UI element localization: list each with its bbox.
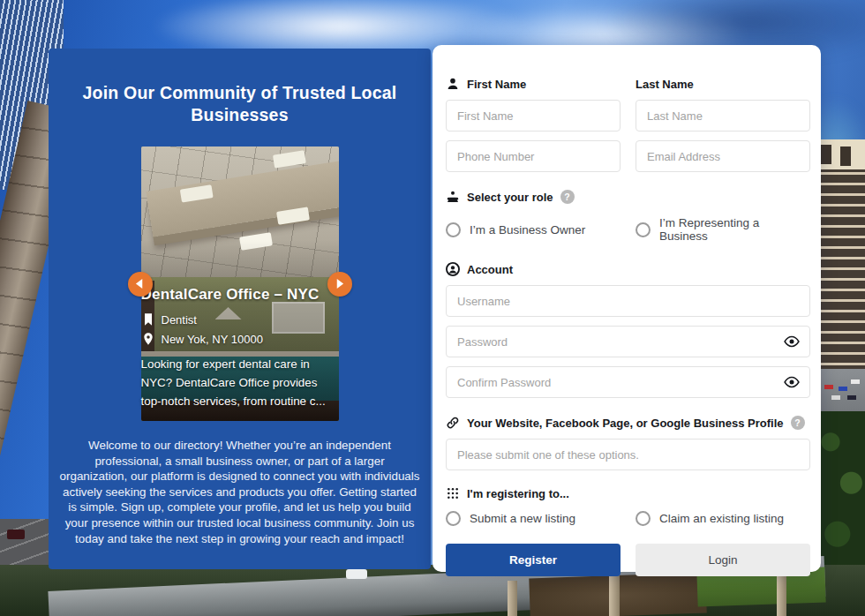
role-label: Select your role ?	[446, 188, 810, 206]
van	[346, 569, 367, 579]
radio-circle-icon[interactable]	[636, 222, 651, 237]
page: Join Our Community of Trusted Local Busi…	[0, 0, 865, 616]
eye-icon[interactable]	[783, 373, 801, 391]
radio-submit-new-listing[interactable]: Submit a new listing	[446, 511, 621, 526]
listing-category: Dentist	[141, 312, 334, 327]
listing-location-label: New Yok, NY 10000	[162, 333, 263, 346]
road-right	[819, 369, 865, 413]
website-input[interactable]	[446, 439, 810, 470]
carousel-next-button[interactable]	[327, 272, 352, 297]
website-help-icon[interactable]: ?	[791, 416, 805, 430]
last-name-label: Last Name	[636, 75, 810, 93]
phone-input[interactable]	[446, 140, 621, 172]
radio-circle-icon[interactable]	[636, 511, 651, 526]
role-help-icon[interactable]: ?	[560, 190, 575, 204]
ramp-pillar	[609, 575, 620, 616]
car	[7, 530, 25, 539]
radio-claim-existing-listing[interactable]: Claim an existing listing	[636, 511, 810, 526]
radio-circle-icon[interactable]	[446, 222, 461, 237]
page-title: Join Our Community of Trusted Local Busi…	[72, 82, 408, 126]
registering-label: I'm registering to...	[446, 485, 810, 502]
group-icon	[446, 190, 460, 204]
last-name-input[interactable]	[636, 100, 810, 131]
ramp-pillar	[777, 572, 786, 616]
registration-form: First Name Last Name Select your role ? …	[432, 45, 821, 572]
first-name-input[interactable]	[446, 100, 621, 131]
account-circle-icon	[446, 262, 460, 276]
promo-panel: Join Our Community of Trusted Local Busi…	[49, 49, 431, 569]
listing-location: New Yok, NY 10000	[141, 332, 334, 346]
carousel-prev-button[interactable]	[128, 272, 153, 297]
first-name-label: First Name	[446, 75, 621, 93]
website-label: Your Website, Facebook Page, or Google B…	[446, 414, 810, 432]
chevron-right-icon	[335, 279, 344, 289]
link-icon	[446, 416, 460, 430]
chevron-left-icon	[135, 279, 145, 289]
account-label: Account	[446, 260, 810, 278]
login-button[interactable]: Login	[636, 544, 810, 576]
listing-category-label: Dentist	[162, 313, 197, 327]
bookmark-icon	[141, 312, 155, 327]
ramp-pillar	[508, 581, 517, 616]
person-icon	[446, 77, 460, 91]
password-input[interactable]	[446, 326, 810, 357]
username-input[interactable]	[446, 285, 810, 317]
listing-description: Looking for expert dental care in NYC? D…	[141, 355, 334, 410]
welcome-text: Welcome to our directory! Whether you’re…	[60, 438, 420, 546]
radio-representing-business[interactable]: I’m Representing a Business	[636, 216, 810, 243]
listing-info: DentalCare Office – NYC Dentist New Yok,…	[141, 286, 339, 421]
register-button[interactable]: Register	[446, 544, 621, 576]
listing-carousel: DentalCare Office – NYC Dentist New Yok,…	[141, 146, 339, 421]
eye-icon[interactable]	[783, 333, 801, 350]
radio-circle-icon[interactable]	[446, 511, 461, 526]
grid-dots-icon	[446, 486, 460, 500]
map-pin-icon	[141, 332, 155, 346]
listing-title: DentalCare Office – NYC	[141, 286, 334, 304]
radio-business-owner[interactable]: I’m a Business Owner	[446, 216, 621, 243]
confirm-password-input[interactable]	[446, 366, 810, 398]
email-input[interactable]	[636, 140, 810, 172]
